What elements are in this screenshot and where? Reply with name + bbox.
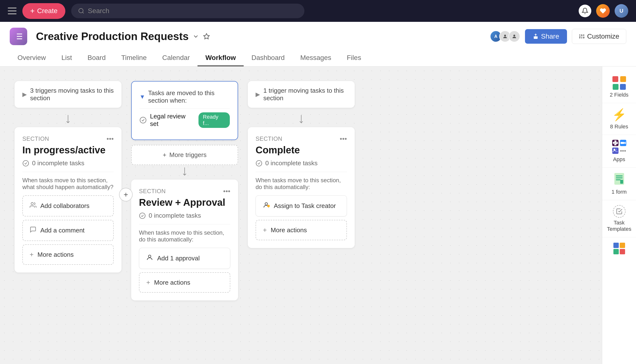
apps-more-button[interactable]: ••• [620,148,626,154]
section-label-review: Section [139,188,166,194]
svg-text:⚡: ⚡ [268,204,270,208]
search-input[interactable] [88,7,297,15]
tab-overview[interactable]: Overview [10,50,54,66]
more-triggers-button[interactable]: + More triggers [131,145,238,165]
plus-icon-inprogress: + [30,251,34,258]
customize-icon [579,34,585,39]
more-actions-button-inprogress[interactable]: + More actions [22,244,114,265]
svg-point-33 [265,203,267,205]
section-divider-review [139,224,230,224]
star-icon [203,33,210,40]
customize-button[interactable]: Customize [572,29,626,44]
collaborators-group: A [490,30,520,42]
field-dot-green [613,84,618,90]
tab-messages[interactable]: Messages [292,50,339,66]
integration-icon-container [613,242,625,256]
field-dot-orange [620,76,626,82]
add-comment-button[interactable]: Add a comment [22,220,114,241]
tab-list[interactable]: List [54,50,80,66]
collapsed-trigger-inprogress[interactable]: ▶ 3 triggers moving tasks to this sectio… [15,81,121,108]
assign-task-creator-button[interactable]: ⚡ Assign to Task creator [255,195,347,216]
section-card-complete: Section ••• Complete 0 incomplete tasks … [248,127,355,248]
add-between-columns-button[interactable]: + [119,188,133,202]
section-card-inprogress: Section ••• In progress/active 0 incompl… [15,127,121,272]
sidebar-integration[interactable] [602,237,636,263]
collapsed-trigger-complete[interactable]: ▶ 1 trigger moving tasks to this section [248,81,355,108]
tab-files[interactable]: Files [339,50,369,66]
section-divider-complete [255,172,347,172]
user-avatar[interactable] [596,4,610,18]
auto-label-complete: When tasks move to this section, do this… [255,177,347,190]
plus-icon-complete: + [263,226,267,234]
svg-rect-49 [620,249,625,254]
teams-icon [612,148,618,154]
more-actions-button-review[interactable]: + More actions [139,272,230,293]
collapsed-trigger-label: 3 triggers moving tasks to this section [30,87,114,102]
hamburger-menu-button[interactable] [8,8,17,14]
svg-rect-44 [616,179,621,180]
section-card-header-review: Section ••• [139,187,230,195]
section-menu-review[interactable]: ••• [223,187,230,195]
sidebar-rules[interactable]: ⚡ 8 Rules [602,103,636,135]
svg-rect-1 [8,10,17,12]
svg-point-39 [613,149,615,150]
trigger-header-label: Tasks are moved to this section when: [148,89,230,104]
workflow-column-inprogress: ▶ 3 triggers moving tasks to this sectio… [10,81,126,360]
profile-avatar[interactable]: U [615,4,628,18]
header-actions: A Share Customize [490,29,626,44]
svg-point-26 [31,203,33,205]
create-button[interactable]: + Create [22,3,65,19]
section-title-complete: Complete [255,145,347,156]
svg-rect-0 [8,8,17,8]
down-arrow-inprogress [15,112,121,127]
notification-icon[interactable] [579,4,591,17]
triangle-right-icon-complete: ▶ [255,91,260,98]
svg-point-3 [79,8,83,13]
svg-rect-45 [620,180,623,184]
add-collaborators-button[interactable]: Add collaborators [22,195,114,216]
svg-rect-47 [620,243,625,248]
sidebar-apps[interactable]: ••• Apps [602,135,636,168]
section-menu-inprogress[interactable]: ••• [107,135,114,143]
section-menu-complete[interactable]: ••• [340,135,347,143]
tab-workflow[interactable]: Workflow [197,50,243,66]
tab-board[interactable]: Board [80,50,113,66]
svg-rect-42 [616,176,623,176]
tab-calendar[interactable]: Calendar [155,50,198,66]
task-templates-icon [613,205,625,218]
trigger-rule-legal: Legal review set Ready f... [139,108,230,132]
approval-icon [146,254,153,263]
circle-check-icon-review [139,212,146,219]
top-navigation: + Create U [0,0,636,22]
share-button[interactable]: Share [525,29,567,44]
auto-prompt-inprogress: When tasks move to this section, what sh… [22,177,114,190]
triangle-right-icon: ▶ [22,91,27,98]
more-actions-button-complete[interactable]: + More actions [255,220,347,240]
svg-point-27 [140,117,146,123]
tab-timeline[interactable]: Timeline [113,50,155,66]
add-approval-button[interactable]: Add 1 approval [139,248,230,269]
sidebar-fields[interactable]: 2 Fields [602,71,636,103]
apps-label: Apps [613,156,625,162]
video-icon [620,140,626,146]
sidebar-form[interactable]: 1 form [602,168,636,200]
project-star-button[interactable] [203,33,210,40]
search-bar [71,4,304,18]
circle-check-icon [22,160,29,167]
comment-icon [30,226,37,235]
section-divider-inprogress [22,172,114,172]
form-icon [613,172,625,185]
sidebar-task-templates[interactable]: Task Templates [602,200,636,237]
down-arrow-complete [248,112,355,127]
workflow-column-review: + ▼ Tasks are moved to this section when… [126,81,243,360]
project-dropdown-button[interactable] [192,33,199,40]
trigger-card-review: ▼ Tasks are moved to this section when: … [131,81,238,140]
auto-label-review: When tasks move to this section, do this… [139,229,230,243]
section-card-review: Section ••• Review + Approval 0 incomple… [131,180,238,300]
share-icon [533,34,539,39]
tab-dashboard[interactable]: Dashboard [244,50,292,66]
svg-marker-11 [204,34,209,39]
section-title-inprogress: In progress/active [22,145,114,156]
svg-point-30 [148,255,151,258]
apps-icon-grid: ••• [612,140,626,154]
